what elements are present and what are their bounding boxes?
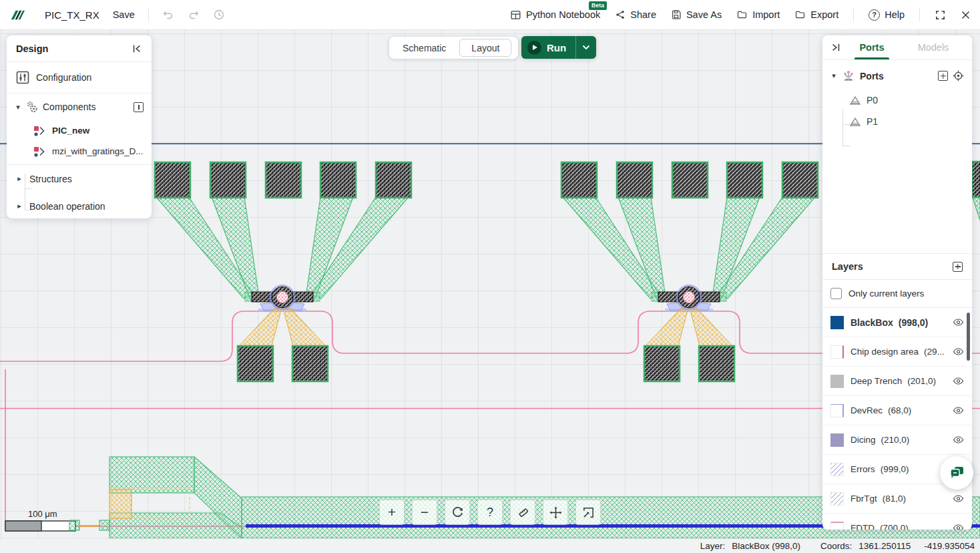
undo-icon bbox=[162, 9, 174, 21]
component-item-mzi[interactable]: mzi_with_gratings_D... bbox=[7, 141, 152, 162]
refresh-icon bbox=[451, 506, 464, 519]
collapse-panel-icon[interactable] bbox=[132, 44, 142, 53]
sidebar-item-configuration[interactable]: Configuration bbox=[7, 62, 152, 94]
export-folder-icon bbox=[794, 9, 806, 20]
minus-icon: − bbox=[421, 504, 429, 520]
ports-root-row[interactable]: ▾ Ports bbox=[822, 62, 972, 89]
close-button[interactable] bbox=[961, 10, 971, 20]
only-current-layers-row: Only current layers bbox=[822, 280, 972, 308]
chat-bubbles-icon bbox=[948, 465, 965, 481]
caret-right-icon[interactable]: ▸ bbox=[16, 174, 23, 183]
help-button[interactable]: ? Help bbox=[869, 9, 905, 21]
layer-row-deep-trench[interactable]: Deep Trench (201,0) bbox=[822, 367, 972, 396]
redo-button[interactable] bbox=[188, 9, 200, 21]
zoom-in-button[interactable]: + bbox=[379, 500, 405, 525]
caret-right-icon[interactable]: ▸ bbox=[16, 202, 23, 210]
pan-button[interactable] bbox=[543, 500, 568, 525]
save-button[interactable]: Save bbox=[113, 9, 135, 20]
layer-swatch bbox=[830, 433, 844, 447]
caret-down-icon[interactable]: ▾ bbox=[830, 71, 837, 80]
layer-row-devrec[interactable]: DevRec (68,0) bbox=[822, 396, 972, 425]
layer-row-dicing[interactable]: Dicing (210,0) bbox=[822, 425, 972, 455]
tab-layout[interactable]: Layout bbox=[459, 39, 511, 57]
import-button[interactable]: Import bbox=[736, 9, 780, 20]
layer-swatch bbox=[830, 522, 844, 530]
beta-badge: Beta bbox=[589, 1, 607, 10]
layer-swatch bbox=[830, 345, 844, 359]
measure-button[interactable] bbox=[510, 500, 535, 525]
chat-fab-button[interactable] bbox=[940, 456, 973, 490]
layer-swatch bbox=[830, 316, 844, 329]
add-layer-icon[interactable] bbox=[953, 262, 963, 272]
collapse-panel-icon[interactable] bbox=[830, 43, 841, 52]
history-button[interactable] bbox=[213, 9, 225, 21]
tree-connector bbox=[25, 174, 32, 210]
add-port-icon[interactable] bbox=[938, 71, 948, 81]
history-clock-icon bbox=[213, 9, 225, 21]
port-item-p1[interactable]: P1 bbox=[822, 111, 972, 132]
design-panel-title: Design bbox=[16, 43, 48, 54]
run-options-dropdown[interactable] bbox=[575, 36, 596, 59]
port-item-p0[interactable]: P0 bbox=[822, 89, 972, 111]
layer-row-blackbox[interactable]: BlackBox (998,0) bbox=[822, 308, 972, 337]
top-bar: PIC_TX_RX Save P bbox=[0, 0, 980, 30]
layer-row-fbrtgt[interactable]: FbrTgt (81,0) bbox=[822, 484, 972, 514]
visibility-eye-icon[interactable] bbox=[953, 435, 964, 444]
component-cell-icon bbox=[33, 146, 45, 158]
canvas-toolbar: + − ? bbox=[379, 500, 601, 525]
scrollbar-thumb[interactable] bbox=[967, 313, 970, 361]
configuration-icon bbox=[16, 71, 29, 84]
statusbar-coords-label: Coords: bbox=[820, 541, 852, 551]
reset-view-button[interactable] bbox=[445, 500, 470, 525]
help-tools-button[interactable]: ? bbox=[477, 500, 503, 525]
export-button[interactable]: Export bbox=[794, 9, 838, 20]
tab-models[interactable]: Models bbox=[903, 35, 964, 59]
port-icon bbox=[849, 116, 861, 128]
share-button[interactable]: Share bbox=[615, 9, 656, 20]
scale-label: 100 μm bbox=[28, 509, 57, 519]
locate-port-icon[interactable] bbox=[953, 70, 964, 81]
visibility-eye-icon[interactable] bbox=[953, 318, 964, 327]
close-icon bbox=[961, 10, 971, 20]
layer-row-fdtd[interactable]: FDTD (700,0) bbox=[822, 514, 972, 530]
new-component-icon[interactable] bbox=[134, 102, 144, 112]
zoom-out-button[interactable]: − bbox=[412, 500, 437, 525]
chevron-down-icon bbox=[582, 45, 590, 50]
only-current-layers-checkbox[interactable] bbox=[830, 288, 842, 299]
tab-ports[interactable]: Ports bbox=[841, 35, 903, 59]
question-icon: ? bbox=[487, 506, 493, 520]
sidebar-item-components[interactable]: ▾ Components bbox=[7, 94, 152, 120]
tab-schematic[interactable]: Schematic bbox=[396, 39, 453, 57]
save-as-button[interactable]: Save As bbox=[671, 9, 722, 20]
run-button[interactable]: Run bbox=[521, 36, 575, 59]
layer-row-chip-design-area[interactable]: Chip design area (29... bbox=[822, 337, 972, 367]
visibility-eye-icon[interactable] bbox=[953, 377, 964, 385]
undo-button[interactable] bbox=[162, 9, 174, 21]
redo-icon bbox=[188, 9, 200, 21]
caret-down-icon[interactable]: ▾ bbox=[15, 103, 21, 112]
component-item-pic-new[interactable]: PIC_new bbox=[7, 120, 152, 141]
fullscreen-button[interactable] bbox=[935, 9, 946, 21]
visibility-eye-icon[interactable] bbox=[953, 524, 964, 530]
share-icon bbox=[615, 9, 626, 20]
divider bbox=[148, 8, 149, 21]
layer-swatch bbox=[830, 404, 844, 417]
app-logo bbox=[8, 6, 26, 24]
layer-swatch bbox=[830, 375, 844, 388]
design-panel: Design Configuration ▾ Components bbox=[7, 35, 152, 218]
play-icon bbox=[527, 41, 541, 55]
divider bbox=[919, 8, 920, 21]
run-button-group: Run bbox=[521, 36, 596, 59]
move-icon bbox=[549, 506, 562, 519]
box-select-button[interactable] bbox=[575, 500, 601, 525]
divider bbox=[853, 8, 854, 21]
python-notebook-button[interactable]: Python Notebook Beta bbox=[510, 9, 600, 21]
visibility-eye-icon[interactable] bbox=[953, 347, 964, 356]
visibility-eye-icon[interactable] bbox=[953, 494, 964, 503]
components-gears-icon bbox=[25, 100, 39, 114]
notebook-grid-icon bbox=[510, 9, 521, 21]
port-icon bbox=[849, 94, 861, 106]
statusbar-coord-x: 1361.250115 bbox=[859, 541, 911, 551]
visibility-eye-icon[interactable] bbox=[953, 406, 964, 415]
layers-title: Layers bbox=[832, 261, 863, 272]
